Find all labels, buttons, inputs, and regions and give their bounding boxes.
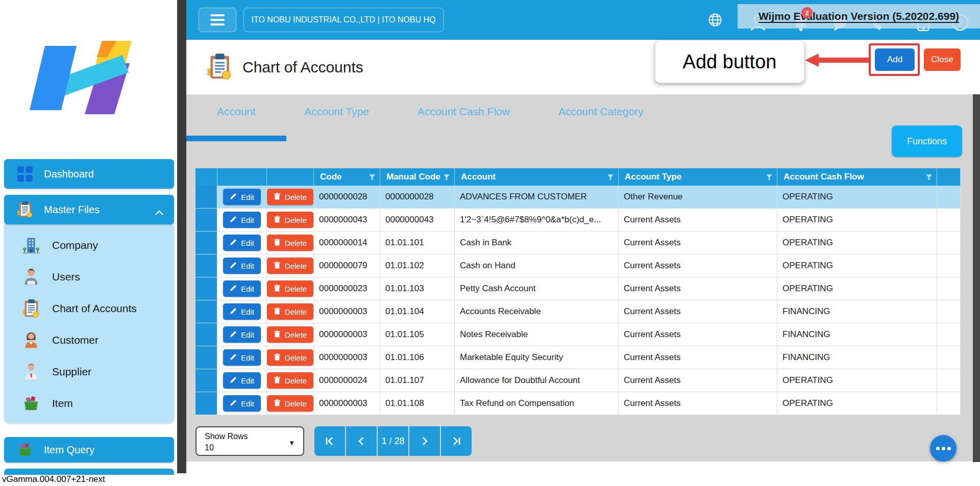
sidebar-item-label: Dashboard — [44, 168, 94, 180]
row-selector-cell[interactable] — [195, 254, 217, 277]
row-selector-cell[interactable] — [195, 369, 217, 392]
businessman-icon — [21, 362, 41, 381]
cell-code: 0000000028 — [314, 186, 380, 209]
edit-cell: Edit — [217, 323, 267, 346]
sidebar-item-chart-of-accounts[interactable]: Chart of Accounts — [4, 293, 174, 324]
table-row[interactable]: EditDelete000000000301.01.105Notes Recei… — [195, 323, 961, 346]
delete-button[interactable]: Delete — [267, 212, 313, 228]
cell-manual-code: 0000000028 — [380, 186, 455, 209]
table-row[interactable]: EditDelete000000007901.01.102Cash on Han… — [195, 254, 961, 277]
cell-account: Marketable Equity Security — [455, 346, 619, 369]
sidebar-item-dashboard[interactable]: Dashboard — [4, 159, 174, 189]
company-title[interactable]: ITO NOBU INDUSTRIAL CO.,LTD | ITO NOBU H… — [243, 8, 444, 32]
delete-button[interactable]: Delete — [267, 326, 313, 343]
filter-icon[interactable] — [369, 173, 376, 181]
tab-account[interactable]: Account — [217, 106, 256, 118]
title-bar: Chart of Accounts Add button Add Close — [186, 40, 980, 94]
sidebar-item-master-files[interactable]: Master Files — [4, 195, 174, 224]
pager-prev-button[interactable] — [346, 426, 377, 456]
table-row[interactable]: EditDelete000000002401.01.107Allowance f… — [195, 369, 961, 392]
filter-icon[interactable] — [925, 173, 933, 181]
delete-button[interactable]: Delete — [267, 349, 313, 366]
delete-button-label: Delete — [285, 216, 307, 224]
functions-button[interactable]: Functions — [892, 125, 962, 157]
sidebar-item-item-query[interactable]: Item Query — [4, 437, 174, 463]
clipboard-icon — [21, 299, 41, 318]
cell-account-cash-flow: OPERATING — [777, 277, 937, 300]
sidebar-item-item[interactable]: Item — [4, 388, 174, 419]
filter-icon[interactable] — [607, 173, 614, 181]
edit-button[interactable]: Edit — [223, 395, 261, 412]
delete-button-label: Delete — [285, 193, 307, 201]
pencil-icon — [230, 330, 237, 339]
sidebar-item-users[interactable]: Users — [4, 261, 174, 293]
row-selector-cell[interactable] — [195, 300, 217, 323]
edit-button[interactable]: Edit — [223, 326, 261, 343]
delete-button[interactable]: Delete — [267, 395, 313, 412]
table-row[interactable]: EditDelete000000000301.01.108Tax Refund … — [195, 392, 961, 415]
edit-button[interactable]: Edit — [223, 212, 261, 228]
delete-button[interactable]: Delete — [267, 258, 313, 274]
pager-next-button[interactable] — [409, 426, 440, 456]
edit-button[interactable]: Edit — [223, 189, 261, 205]
page-indicator: 1 / 28 — [378, 426, 408, 456]
cell-account-type: Current Assets — [619, 323, 777, 346]
cell-account: Accounts Receivable — [455, 300, 619, 323]
evaluation-banner[interactable]: Wijmo Evaluation Version (5.20202.699) — [738, 4, 980, 29]
tab-account-category[interactable]: Account Category — [558, 106, 644, 118]
close-button[interactable]: Close — [924, 48, 961, 71]
pager-first-button[interactable] — [314, 426, 345, 456]
filter-icon[interactable] — [443, 173, 450, 181]
table-row[interactable]: EditDelete000000001401.01.101Cash in Ban… — [195, 232, 961, 254]
edit-button[interactable]: Edit — [223, 349, 261, 366]
tab-account-type[interactable]: Account Type — [304, 106, 369, 118]
cell-manual-code: 01.01.101 — [380, 232, 455, 254]
table-row[interactable]: EditDelete000000000301.01.106Marketable … — [195, 346, 961, 369]
right-scrollbar[interactable] — [973, 94, 980, 462]
delete-button[interactable]: Delete — [267, 303, 313, 320]
cell-account-type: Current Assets — [619, 254, 777, 277]
sidebar-nav: DashboardMaster FilesCompanyUsersChart o… — [4, 159, 174, 475]
more-options-fab[interactable] — [930, 435, 957, 462]
sidebar-item-label: Item — [52, 397, 73, 410]
filter-icon[interactable] — [766, 173, 773, 181]
cell-account-cash-flow: FINANCING — [777, 300, 937, 323]
table-row[interactable]: EditDelete000000002301.01.103Petty Cash … — [195, 277, 961, 300]
cell-account-type: Current Assets — [619, 277, 777, 300]
cell-code: 0000000024 — [314, 369, 380, 392]
edit-button[interactable]: Edit — [223, 235, 261, 251]
delete-button[interactable]: Delete — [267, 280, 313, 297]
edit-cell: Edit — [217, 277, 267, 300]
column-label: Account Type — [625, 172, 681, 182]
cell-account-cash-flow: OPERATING — [777, 369, 937, 392]
row-selector-cell[interactable] — [195, 209, 217, 232]
edit-button[interactable]: Edit — [223, 258, 261, 274]
row-selector-cell[interactable] — [195, 392, 217, 415]
globe-icon[interactable] — [708, 13, 722, 27]
pager-last-button[interactable] — [441, 426, 472, 456]
hamburger-menu-button[interactable] — [199, 8, 236, 32]
sidebar-item-company[interactable]: Company — [4, 229, 174, 261]
row-selector-cell[interactable] — [195, 232, 217, 254]
table-row[interactable]: EditDelete000000000301.01.104Accounts Re… — [195, 300, 961, 323]
delete-button[interactable]: Delete — [267, 235, 313, 251]
cell-manual-code: 01.01.108 — [380, 392, 455, 415]
delete-button[interactable]: Delete — [267, 372, 313, 389]
edit-button[interactable]: Edit — [223, 372, 261, 389]
edit-button[interactable]: Edit — [223, 303, 261, 320]
row-selector-cell[interactable] — [195, 186, 217, 209]
delete-cell: Delete — [267, 186, 314, 209]
row-selector-cell[interactable] — [195, 277, 217, 300]
table-row[interactable]: EditDelete00000000280000000028ADVANCES F… — [195, 186, 961, 209]
tab-account-cash-flow[interactable]: Account Cash Flow — [418, 106, 510, 118]
row-selector-cell[interactable] — [195, 323, 217, 346]
row-selector-cell[interactable] — [195, 346, 217, 369]
table-row[interactable]: EditDelete000000004300000000431'2~3`4!5@… — [195, 209, 961, 232]
edit-button[interactable]: Edit — [223, 280, 261, 297]
edit-cell: Edit — [217, 392, 267, 415]
delete-button[interactable]: Delete — [267, 189, 313, 205]
show-rows-select[interactable]: Show Rows 10 ▼ — [195, 426, 304, 456]
delete-button-label: Delete — [285, 285, 307, 293]
sidebar-item-customer[interactable]: Customer — [4, 324, 174, 356]
sidebar-item-supplier[interactable]: Supplier — [4, 356, 174, 388]
